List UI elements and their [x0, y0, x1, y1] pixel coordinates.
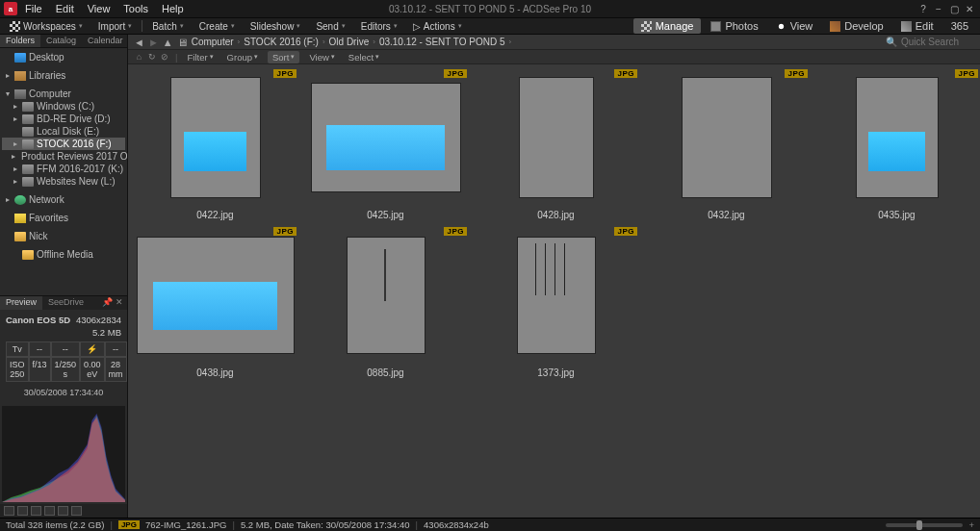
mode-develop[interactable]: Develop: [822, 18, 890, 34]
tree-item[interactable]: ▾Computer: [2, 88, 125, 100]
histo-btn-3[interactable]: [31, 506, 41, 516]
tree-label: Local Disk (E:): [37, 126, 99, 137]
pin-icon[interactable]: 📌: [102, 297, 113, 307]
view-dropdown[interactable]: View ▾: [305, 52, 338, 63]
mode-view[interactable]: View: [768, 18, 821, 34]
tree-item[interactable]: Desktop: [2, 51, 125, 63]
thumbnail-cell[interactable]: JPG0428.jpg: [472, 67, 640, 223]
histo-btn-4[interactable]: [44, 506, 55, 516]
tree-item[interactable]: Nick: [2, 230, 125, 242]
left-panel: Folders Catalog Calendar 📌✕ Desktop▸Libr…: [0, 35, 128, 518]
thumbnail-cell[interactable]: JPG0438.jpg: [131, 225, 299, 381]
tb-editors[interactable]: Editors▾: [355, 20, 403, 33]
tree-item[interactable]: ▸Libraries: [2, 69, 125, 82]
maximize-icon[interactable]: ▢: [947, 3, 961, 14]
tb-send[interactable]: Send▾: [310, 20, 350, 33]
tb-slideshow[interactable]: Slideshow▾: [245, 20, 307, 33]
tab-seedrive[interactable]: SeeDrive: [42, 296, 90, 310]
tab-catalog[interactable]: Catalog: [40, 35, 82, 47]
mode-365[interactable]: 365: [943, 18, 976, 34]
expand-icon[interactable]: ▸: [12, 139, 19, 148]
crumb-folder2[interactable]: 03.10.12 - SENT TO POND 5: [379, 37, 505, 47]
tree-item[interactable]: ▸Websites New (L:): [2, 175, 125, 188]
search-icon[interactable]: 🔍: [886, 37, 897, 47]
nav-stop-icon[interactable]: ⊘: [159, 52, 169, 63]
drive-icon: [22, 177, 34, 187]
minimize-icon[interactable]: −: [932, 3, 945, 14]
tb-batch[interactable]: Batch▾: [146, 20, 190, 33]
status-filesize: 5.2 MB, Date Taken: 30/05/2008 17:34:40: [241, 519, 410, 530]
tab-preview[interactable]: Preview: [0, 296, 42, 310]
tree-label: Desktop: [29, 52, 64, 63]
thumbnail-filename: 0432.jpg: [642, 208, 811, 223]
tree-item[interactable]: Offline Media: [2, 248, 125, 261]
expand-icon[interactable]: ▸: [12, 102, 19, 111]
menu-view[interactable]: View: [82, 1, 116, 16]
nav-back-icon[interactable]: ◄: [134, 37, 144, 48]
expand-icon[interactable]: ▸: [12, 114, 19, 123]
thumbnail-image: [138, 238, 294, 353]
crumb-computer[interactable]: Computer: [192, 37, 234, 47]
zoom-in-icon[interactable]: +: [968, 519, 974, 530]
tree-item[interactable]: ▸Network: [2, 193, 125, 206]
expand-icon[interactable]: ▾: [4, 89, 12, 98]
thumbnail-cell[interactable]: JPG0425.jpg: [301, 67, 470, 223]
tree-item[interactable]: ▸FFM 2016-2017 (K:): [2, 163, 125, 175]
tb-workspaces[interactable]: Workspaces▾: [4, 20, 89, 33]
menu-edit[interactable]: Edit: [50, 1, 80, 16]
drive-icon: [22, 114, 34, 124]
tree-item[interactable]: Local Disk (E:): [2, 125, 125, 138]
tree-item[interactable]: ▸Windows (C:): [2, 100, 125, 113]
zoom-slider[interactable]: [886, 523, 963, 527]
menu-help[interactable]: Help: [156, 1, 190, 16]
mode-edit[interactable]: Edit: [893, 18, 941, 34]
tree-item[interactable]: ▸BD-RE Drive (D:): [2, 113, 125, 125]
crumb-folder1[interactable]: Old Drive: [329, 37, 370, 47]
thumbnail-cell[interactable]: JPG0435.jpg: [812, 67, 980, 223]
status-badge: JPG: [118, 520, 140, 529]
tb-import[interactable]: Import▾: [92, 20, 138, 33]
expand-icon[interactable]: ▸: [12, 177, 19, 186]
tree-item[interactable]: ▸STOCK 2016 (F:): [2, 138, 125, 150]
menu-tools[interactable]: Tools: [117, 1, 154, 16]
filter-dropdown[interactable]: Filter ▾: [183, 52, 217, 63]
expand-icon[interactable]: ▸: [4, 71, 12, 80]
format-badge: JPG: [614, 69, 637, 78]
tab-folders[interactable]: Folders: [0, 35, 40, 47]
nav-refresh-icon[interactable]: ↻: [146, 52, 157, 63]
tree-item[interactable]: ▸Product Reviews 2017 On (G:): [2, 150, 125, 163]
thumbnail-cell[interactable]: JPG0422.jpg: [131, 67, 299, 223]
thumbnail-cell[interactable]: JPG0432.jpg: [642, 67, 811, 223]
computer-icon[interactable]: 🖥: [177, 37, 188, 48]
sort-dropdown[interactable]: Sort ▾: [268, 51, 299, 63]
search-input[interactable]: [901, 37, 978, 47]
histo-btn-6[interactable]: [71, 506, 82, 516]
mode-photos[interactable]: Photos: [703, 18, 765, 34]
menu-file[interactable]: File: [19, 1, 48, 16]
tb-actions[interactable]: ▷ Actions▾: [407, 20, 468, 33]
thumbnail-cell[interactable]: JPG0885.jpg: [301, 225, 470, 381]
histo-btn-5[interactable]: [58, 506, 68, 516]
expand-icon[interactable]: ▸: [12, 164, 19, 173]
group-dropdown[interactable]: Group ▾: [223, 52, 262, 63]
select-dropdown[interactable]: Select ▾: [345, 52, 383, 63]
format-badge: JPG: [785, 69, 808, 78]
close-preview-icon[interactable]: ✕: [116, 297, 123, 307]
mode-switcher: Manage Photos View Develop Edit 365: [633, 18, 976, 34]
thumbnail-cell[interactable]: JPG1373.jpg: [472, 225, 640, 381]
histo-btn-2[interactable]: [17, 506, 28, 516]
tb-create[interactable]: Create▾: [193, 20, 241, 33]
tree-item[interactable]: Favorites: [2, 212, 125, 224]
help-icon[interactable]: ?: [916, 3, 930, 14]
app-icon: a: [4, 2, 17, 15]
expand-icon[interactable]: ▸: [4, 195, 12, 204]
nav-fwd-icon[interactable]: ►: [148, 37, 159, 48]
mode-manage[interactable]: Manage: [633, 18, 702, 34]
histo-btn-1[interactable]: [4, 506, 14, 516]
crumb-drive[interactable]: STOCK 2016 (F:): [244, 37, 319, 47]
tab-calendar[interactable]: Calendar: [82, 35, 129, 47]
nav-home-icon[interactable]: ⌂: [134, 52, 144, 63]
close-icon[interactable]: ✕: [963, 3, 976, 14]
expand-icon[interactable]: ▸: [12, 152, 15, 161]
nav-up-icon[interactable]: ▲: [163, 37, 173, 48]
